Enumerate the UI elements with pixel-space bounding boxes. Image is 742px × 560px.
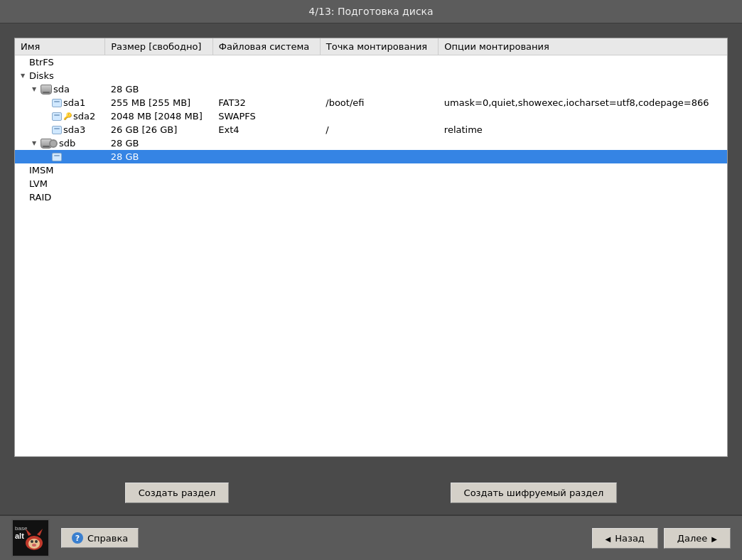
row-mount-cell <box>320 163 439 177</box>
row-name-cell: sda3 <box>15 123 105 136</box>
row-mount-cell <box>320 136 439 150</box>
table-row[interactable]: ▼ sdb28 GB <box>15 136 727 150</box>
row-options-cell: umask=0,quiet,showexec,iocharset=utf8,co… <box>439 96 727 109</box>
row-name-label: sdb <box>59 138 75 149</box>
row-mount-cell <box>320 82 439 96</box>
expand-icon[interactable]: ▼ <box>32 86 39 92</box>
row-size-cell <box>105 163 213 177</box>
row-size-cell <box>105 69 213 82</box>
row-name-cell: BtrFS <box>15 55 105 70</box>
logo-box: base alt <box>11 519 50 557</box>
next-button[interactable]: Далее <box>664 528 731 549</box>
row-fs-cell: FAT32 <box>213 96 320 109</box>
row-name-label: RAID <box>29 192 51 203</box>
title-bar: 4/13: Подготовка диска <box>0 0 742 23</box>
partition-icon <box>52 112 62 121</box>
row-name-label: BtrFS <box>29 57 54 68</box>
row-options-cell <box>439 190 727 204</box>
row-options-cell <box>439 82 727 96</box>
row-fs-cell <box>213 150 320 163</box>
table-row[interactable]: RAID <box>15 190 727 204</box>
disk-table: Имя Размер [свободно] Файловая система Т… <box>15 38 727 204</box>
row-name-cell: ▼ sda <box>15 82 105 96</box>
row-options-cell <box>439 69 727 82</box>
back-arrow-icon <box>606 533 611 544</box>
buttons-area: Создать раздел Создать шифруемый раздел <box>0 471 742 515</box>
key-icon: 🔑 <box>63 112 72 120</box>
row-options-cell <box>439 150 727 163</box>
main-window: 4/13: Подготовка диска Имя Размер [свобо… <box>0 0 742 560</box>
row-mount-cell: /boot/efi <box>320 96 439 109</box>
next-arrow-icon <box>711 533 717 544</box>
create-partition-button[interactable]: Создать раздел <box>125 483 230 503</box>
table-row[interactable]: 🔑sda22048 MB [2048 MB]SWAPFS <box>15 109 727 123</box>
create-encrypted-button[interactable]: Создать шифруемый раздел <box>451 483 618 503</box>
row-options-cell <box>439 55 727 70</box>
help-icon: ? <box>72 532 83 544</box>
row-mount-cell <box>320 109 439 123</box>
col-options: Опции монтирования <box>439 38 727 55</box>
row-options-cell <box>439 109 727 123</box>
row-fs-cell: Ext4 <box>213 123 320 136</box>
help-label: Справка <box>87 533 128 544</box>
row-size-cell <box>105 55 213 70</box>
row-name-cell: 🔑sda2 <box>15 109 105 123</box>
row-fs-cell <box>213 190 320 204</box>
row-mount-cell <box>320 55 439 70</box>
row-fs-cell <box>213 55 320 70</box>
nav-buttons: Назад Далее <box>592 528 731 549</box>
table-row[interactable]: LVM <box>15 177 727 190</box>
row-options-cell: relatime <box>439 123 727 136</box>
row-options-cell <box>439 177 727 190</box>
table-row[interactable]: sda326 GB [26 GB]Ext4/relatime <box>15 123 727 136</box>
row-mount-cell <box>320 69 439 82</box>
row-name-label: LVM <box>29 178 48 189</box>
row-size-cell: 28 GB <box>105 82 213 96</box>
row-name-label: IMSM <box>29 165 54 176</box>
row-name-cell: RAID <box>15 190 105 204</box>
row-fs-cell <box>213 136 320 150</box>
row-mount-cell: / <box>320 123 439 136</box>
row-fs-cell <box>213 163 320 177</box>
row-name-label: sda3 <box>63 124 85 135</box>
row-name-cell: IMSM <box>15 163 105 177</box>
row-fs-cell: SWAPFS <box>213 109 320 123</box>
row-options-cell <box>439 136 727 150</box>
row-fs-cell <box>213 82 320 96</box>
expand-icon[interactable]: ▼ <box>21 72 28 79</box>
col-size: Размер [свободно] <box>105 38 213 55</box>
back-label: Назад <box>615 533 645 544</box>
col-fs: Файловая система <box>213 38 320 55</box>
svg-text:base: base <box>15 525 28 532</box>
row-size-cell: 26 GB [26 GB] <box>105 123 213 136</box>
col-name: Имя <box>15 38 105 55</box>
partition-icon <box>52 126 62 134</box>
table-row[interactable]: BtrFS <box>15 55 727 70</box>
disk-panel[interactable]: Имя Размер [свободно] Файловая система Т… <box>14 38 728 457</box>
svg-point-7 <box>31 540 33 543</box>
row-size-cell: 2048 MB [2048 MB] <box>105 109 213 123</box>
partition-icon <box>52 153 62 161</box>
row-fs-cell <box>213 177 320 190</box>
logo-area: base alt <box>11 519 50 557</box>
row-name-label: sda <box>53 84 70 95</box>
expand-icon[interactable]: ▼ <box>32 140 39 146</box>
back-button[interactable]: Назад <box>592 528 658 549</box>
row-size-cell <box>105 177 213 190</box>
table-row[interactable]: 28 GB <box>15 150 727 163</box>
row-name-cell: sda1 <box>15 96 105 109</box>
row-options-cell <box>439 163 727 177</box>
row-mount-cell <box>320 190 439 204</box>
table-row[interactable]: ▼ sda28 GB <box>15 82 727 96</box>
table-row[interactable]: IMSM <box>15 163 727 177</box>
row-size-cell: 255 MB [255 MB] <box>105 96 213 109</box>
partition-icon <box>52 99 62 107</box>
svg-point-9 <box>32 544 36 546</box>
row-name-label: sda2 <box>73 111 95 122</box>
row-name-cell <box>15 150 105 163</box>
table-row[interactable]: sda1255 MB [255 MB]FAT32/boot/efiumask=0… <box>15 96 727 109</box>
help-button[interactable]: ? Справка <box>61 528 139 548</box>
table-row[interactable]: ▼Disks <box>15 69 727 82</box>
bottom-bar: base alt ? Справка Назад <box>0 515 742 560</box>
row-name-cell: ▼Disks <box>15 69 105 82</box>
